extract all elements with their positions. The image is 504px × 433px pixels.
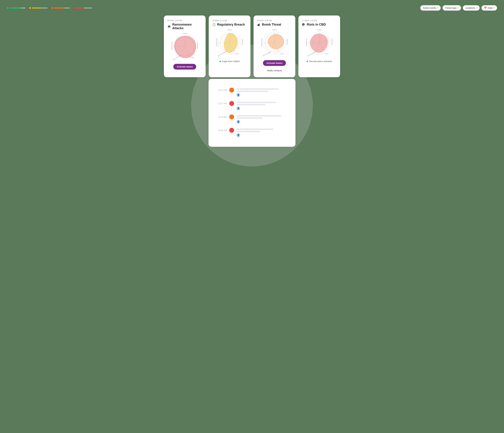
timeline-bar — [236, 117, 263, 119]
svg-text:FINANCIAL: FINANCIAL — [287, 39, 288, 45]
svg-text:FINANCIAL: FINANCIAL — [242, 39, 243, 45]
svg-text:LEGAL: LEGAL — [280, 53, 284, 55]
status-row: Security teams activated — [307, 60, 332, 63]
card-title-row: 💻 Ransomware Attacks — [167, 23, 202, 30]
card-date: 20 MAR, 4:12 AM — [212, 19, 227, 22]
timeline-card: 15:22 PM 👤 15:17 PM 👤 15:14 PM 👤 15 — [208, 79, 296, 147]
timeline-center — [229, 128, 234, 133]
timeline-time: 15:22 PM — [215, 88, 227, 92]
filter-label: Threat type — [445, 7, 457, 9]
card-title: Regulatory Breach — [217, 23, 245, 27]
filter-buttons: Active events▾Threat type▾Locations▾📅Dat… — [420, 5, 497, 11]
progress-item — [51, 7, 70, 9]
timeline-time: 15:05 PM — [215, 128, 227, 132]
radar-svg: HUMANFINANCIALLEGALREPUTATIONALOPERATION… — [215, 28, 244, 58]
timeline-item: 15:05 PM 👤 — [215, 128, 289, 141]
filter-btn-active-events[interactable]: Active events▾ — [420, 5, 441, 11]
card-footer: Security teams activated — [302, 60, 337, 63]
svg-text:HUMAN: HUMAN — [182, 33, 187, 34]
timeline-bar — [236, 115, 281, 117]
chevron-down-icon: ▾ — [476, 7, 477, 9]
card-menu-icon[interactable]: ··· — [199, 19, 202, 22]
progress-bar-track — [32, 8, 48, 9]
cards-row: 29 APR, 3:00 PM ··· 💻 Ransomware Attacks… — [160, 16, 344, 77]
timeline-circle — [229, 128, 234, 133]
radar-svg: HUMANFINANCIALLEGALREPUTATIONALOPERATION… — [260, 28, 289, 58]
timeline-item: 15:22 PM 👤 — [215, 88, 289, 101]
radar-container: HUMANFINANCIALLEGALREPUTATIONALOPERATION… — [215, 28, 244, 58]
card-header: 20 MAR, 4:12 AM ··· — [212, 19, 247, 22]
card-threat-icon: 📋 — [212, 23, 216, 26]
filter-btn-threat-type[interactable]: Threat type▾ — [442, 5, 461, 11]
progress-bar-track — [54, 8, 70, 9]
timeline-bar — [236, 91, 268, 92]
timeline-bar — [236, 104, 265, 105]
card-footer: Legal team notified — [212, 60, 247, 63]
card-riots: 17 MAR, 1:00 PM ··· 🪖 Riots in CBD HUMAN… — [298, 16, 340, 77]
card-bomb: 29 APR, 3:00 PM ··· 💣 Bomb Threat HUMANF… — [253, 16, 295, 77]
card-header: 17 MAR, 1:00 PM ··· — [302, 19, 337, 22]
radar-container: HUMANFINANCIALLEGALREPUTATIONALOPERATION… — [260, 28, 289, 58]
timeline-items: 15:22 PM 👤 15:17 PM 👤 15:14 PM 👤 15 — [215, 88, 289, 141]
progress-dot — [74, 7, 75, 9]
card-threat-icon: 💣 — [257, 23, 261, 26]
svg-text:REPUTATIONAL: REPUTATIONAL — [307, 51, 316, 57]
svg-text:REPUTATIONAL: REPUTATIONAL — [218, 51, 226, 57]
card-title: Riots in CBD — [307, 23, 326, 27]
chevron-down-icon: ▾ — [437, 7, 438, 9]
timeline-avatar: 👤 — [236, 93, 240, 97]
content-wrapper: 29 APR, 3:00 PM ··· 💻 Ransomware Attacks… — [160, 16, 344, 147]
progress-dot — [51, 7, 53, 9]
timeline-item: 15:17 PM 👤 — [215, 101, 289, 114]
card-menu-icon[interactable]: ··· — [244, 19, 247, 22]
svg-text:LEGAL: LEGAL — [190, 57, 194, 58]
radar-container: HUMANFINANCIALLEGALREPUTATIONALOPERATION… — [170, 32, 199, 61]
timeline-bar — [236, 88, 279, 90]
card-title-row: 📋 Regulatory Breach — [212, 23, 247, 27]
svg-text:HUMAN: HUMAN — [272, 29, 277, 30]
card-menu-icon[interactable]: ··· — [333, 19, 337, 22]
card-footer: Activate teams Notify contacts — [257, 60, 292, 74]
timeline-circle — [229, 114, 234, 119]
filter-label: Locations — [465, 7, 475, 9]
activate-teams-button[interactable]: Activate teams — [263, 60, 286, 66]
card-ransomware: 29 APR, 3:00 PM ··· 💻 Ransomware Attacks… — [164, 16, 206, 77]
filter-btn-date[interactable]: 📅Date▾ — [481, 5, 497, 11]
radar-svg: HUMANFINANCIALLEGALREPUTATIONALOPERATION… — [170, 32, 199, 61]
status-dot — [307, 61, 308, 62]
timeline-bar — [236, 129, 273, 130]
svg-text:REPUTATIONAL: REPUTATIONAL — [173, 55, 181, 60]
svg-text:REPUTATIONAL: REPUTATIONAL — [262, 51, 271, 57]
timeline-center — [229, 101, 234, 111]
timeline-item: 15:14 PM 👤 — [215, 114, 289, 128]
timeline-circle — [229, 101, 234, 106]
timeline-bar-group — [236, 88, 289, 92]
notify-contacts-button[interactable]: Notify contacts — [264, 68, 285, 74]
status-row: Legal team notified — [219, 60, 240, 63]
activate-teams-button[interactable]: Activate teams — [173, 64, 196, 70]
svg-text:LEGAL: LEGAL — [235, 53, 239, 55]
timeline-bar-group — [236, 128, 289, 132]
radar-container: HUMANFINANCIALLEGALREPUTATIONALOPERATION… — [305, 28, 334, 58]
filter-btn-locations[interactable]: Locations▾ — [463, 5, 480, 11]
timeline-bar — [236, 131, 260, 132]
progress-bar-fill — [76, 8, 84, 9]
chevron-down-icon: ▾ — [494, 7, 495, 9]
timeline-line — [232, 119, 232, 125]
card-title: Ransomware Attacks — [172, 23, 202, 30]
calendar-icon: 📅 — [484, 7, 487, 9]
status-text: Legal team notified — [222, 60, 240, 63]
chevron-down-icon: ▾ — [458, 7, 459, 9]
card-date: 29 APR, 3:00 PM — [167, 19, 182, 22]
timeline-bar-group — [236, 114, 289, 119]
card-footer: Activate teams — [167, 64, 202, 70]
card-threat-icon: 💻 — [167, 25, 171, 28]
svg-text:LEGAL: LEGAL — [325, 53, 329, 55]
svg-text:OPERATIONAL: OPERATIONAL — [216, 38, 217, 46]
card-header: 29 APR, 3:00 PM ··· — [167, 19, 202, 22]
progress-bar-fill — [54, 8, 64, 9]
svg-text:FINANCIAL: FINANCIAL — [197, 42, 198, 49]
card-date: 29 APR, 3:00 PM — [257, 19, 272, 22]
top-bar: Active events▾Threat type▾Locations▾📅Dat… — [7, 5, 497, 11]
card-menu-icon[interactable]: ··· — [288, 19, 292, 22]
